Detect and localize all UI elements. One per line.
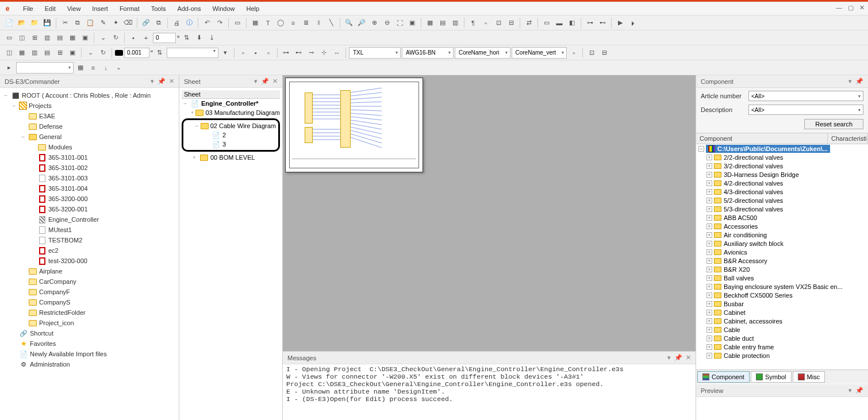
- sheet-item[interactable]: 00 BOM LEVEL: [210, 154, 255, 161]
- t3-g-icon[interactable]: ⌄: [85, 47, 96, 59]
- m1-icon[interactable]: ▫: [237, 47, 249, 59]
- component-folder[interactable]: +Avionics: [696, 248, 868, 256]
- tree-item[interactable]: TESTBOM2: [48, 237, 82, 244]
- menu-format[interactable]: Format: [114, 3, 145, 14]
- copy-icon[interactable]: ⧉: [72, 17, 83, 29]
- t2-e-icon[interactable]: ▤: [54, 32, 66, 44]
- t4-d-icon[interactable]: ↓: [100, 62, 112, 74]
- tree-item[interactable]: CompanyS: [39, 299, 70, 306]
- menu-insert[interactable]: Insert: [86, 3, 114, 14]
- t3-f-icon[interactable]: ▣: [67, 47, 78, 59]
- t3-b-icon[interactable]: ▦: [16, 47, 28, 59]
- win1-icon[interactable]: ▭: [541, 17, 552, 29]
- tree-item[interactable]: MUtest1: [48, 226, 72, 233]
- angle-input[interactable]: [153, 33, 176, 43]
- component-folder[interactable]: +Cabinet, accessoires: [696, 317, 868, 325]
- conn1-icon[interactable]: ⊶: [584, 17, 596, 29]
- tab-component[interactable]: Component: [697, 371, 750, 383]
- m6-icon[interactable]: ⊸: [306, 47, 317, 59]
- text-icon[interactable]: T: [262, 17, 274, 29]
- para-icon[interactable]: ¶: [467, 17, 479, 29]
- zoomout-icon[interactable]: 🔎: [356, 17, 367, 29]
- cut-icon[interactable]: ✂: [59, 17, 71, 29]
- pin-icon[interactable]: ▾: [254, 78, 258, 85]
- zoom4-icon[interactable]: ⊖: [381, 17, 393, 29]
- flow1-icon[interactable]: ⇄: [523, 17, 535, 29]
- component-folder[interactable]: +Busbar: [696, 299, 868, 308]
- close-icon[interactable]: ✕: [272, 78, 278, 85]
- tree-item[interactable]: RestrictedFolder: [39, 309, 86, 316]
- align3-icon[interactable]: ⫴: [313, 17, 324, 29]
- tab-symbol[interactable]: Symbol: [751, 371, 792, 383]
- tree-item[interactable]: Defense: [39, 123, 63, 130]
- align-icon[interactable]: ≡: [287, 17, 299, 29]
- grid-icon[interactable]: ▦: [249, 17, 261, 29]
- new-icon[interactable]: 📄: [3, 17, 15, 29]
- canvas-area[interactable]: [283, 75, 696, 351]
- box3-icon[interactable]: ⊟: [505, 17, 517, 29]
- drop-icon[interactable]: ▾: [220, 47, 231, 59]
- drawing-sheet[interactable]: [285, 78, 423, 172]
- point-icon[interactable]: •: [128, 32, 139, 44]
- combo-txl[interactable]: TXL: [349, 47, 401, 59]
- line-icon[interactable]: ╲: [325, 17, 337, 29]
- favorites-label[interactable]: Favorites: [30, 340, 56, 347]
- component-folder[interactable]: +Auxiliary switch block: [696, 239, 868, 248]
- help-icon[interactable]: ⓘ: [183, 17, 195, 29]
- component-folder[interactable]: +5/3-directional valves: [696, 205, 868, 213]
- component-folder[interactable]: +ABB AC500: [696, 213, 868, 222]
- wand-icon[interactable]: ✦: [110, 17, 121, 29]
- t4-b-icon[interactable]: ▦: [75, 62, 86, 74]
- tree-item[interactable]: CarCompany: [39, 278, 76, 285]
- sheet-sub[interactable]: 3: [222, 141, 226, 148]
- conn2-icon[interactable]: ⊷: [597, 17, 608, 29]
- print-icon[interactable]: 🖨: [171, 17, 182, 29]
- close-icon[interactable]: ✕: [859, 4, 865, 11]
- restore-icon[interactable]: ▢: [848, 4, 854, 11]
- combo-corename-h[interactable]: CoreName_hori: [455, 47, 510, 59]
- t3-c-icon[interactable]: ▥: [29, 47, 40, 59]
- tab-misc[interactable]: Misc: [793, 371, 825, 383]
- open2-icon[interactable]: 📁: [29, 17, 40, 29]
- play2-icon[interactable]: ⏵: [627, 17, 639, 29]
- component-folder[interactable]: +Air conditioning: [696, 230, 868, 239]
- pin-icon[interactable]: ▾: [848, 78, 852, 85]
- tree-item[interactable]: test-3200-000: [48, 257, 87, 264]
- circle-icon[interactable]: ◯: [275, 17, 286, 29]
- menu-edit[interactable]: Edit: [39, 3, 62, 14]
- component-folder[interactable]: +2/2-directional valves: [696, 153, 868, 161]
- link2-icon[interactable]: ⧉: [153, 17, 164, 29]
- rect-icon[interactable]: ▭: [232, 17, 243, 29]
- dl2-icon[interactable]: ⤓: [206, 32, 217, 44]
- m9-icon[interactable]: ▫: [568, 47, 579, 59]
- admin-label[interactable]: Administration: [30, 361, 70, 368]
- pin-icon[interactable]: ▾: [667, 354, 671, 361]
- t2-a-icon[interactable]: ▭: [3, 32, 15, 44]
- zoomsel-icon[interactable]: ▣: [406, 17, 418, 29]
- undo-icon[interactable]: ↶: [201, 17, 213, 29]
- component-folder[interactable]: +Cable: [696, 325, 868, 334]
- pin-icon[interactable]: ▾: [151, 78, 154, 85]
- tree-item[interactable]: 365-3200-001: [48, 206, 88, 213]
- t3-h-icon[interactable]: ↻: [97, 47, 109, 59]
- component-folder[interactable]: +Cable protection: [696, 351, 868, 360]
- m8-icon[interactable]: ↔: [331, 47, 343, 59]
- pin2-icon[interactable]: 📌: [261, 78, 269, 85]
- component-folder[interactable]: +3D-Harness Design Bridge: [696, 170, 868, 179]
- shortcut-label[interactable]: Shortcut: [30, 330, 53, 337]
- component-folder[interactable]: +Cable entry frame: [696, 342, 868, 351]
- save-icon[interactable]: 💾: [41, 17, 53, 29]
- box2-icon[interactable]: ⊡: [493, 17, 504, 29]
- component-folder[interactable]: +Ball valves: [696, 273, 868, 282]
- m5-icon[interactable]: ⊷: [293, 47, 305, 59]
- component-folder[interactable]: +B&R X20: [696, 265, 868, 273]
- article-select[interactable]: <All>: [748, 91, 863, 101]
- component-folder[interactable]: +3/2-directional valves: [696, 161, 868, 170]
- component-folder[interactable]: +B&R Accessory: [696, 256, 868, 265]
- component-folder[interactable]: +Accessories: [696, 222, 868, 230]
- commander-tree[interactable]: –ROOT ( Account : Chris Robles , Role : …: [0, 88, 179, 372]
- t4-c-icon[interactable]: ≡: [87, 62, 99, 74]
- component-folder[interactable]: +Beckhoff CX5000 Series: [696, 291, 868, 299]
- component-folder[interactable]: +4/2-directional valves: [696, 179, 868, 187]
- sheet-item[interactable]: 02 Cable Wire Diagram: [210, 122, 276, 129]
